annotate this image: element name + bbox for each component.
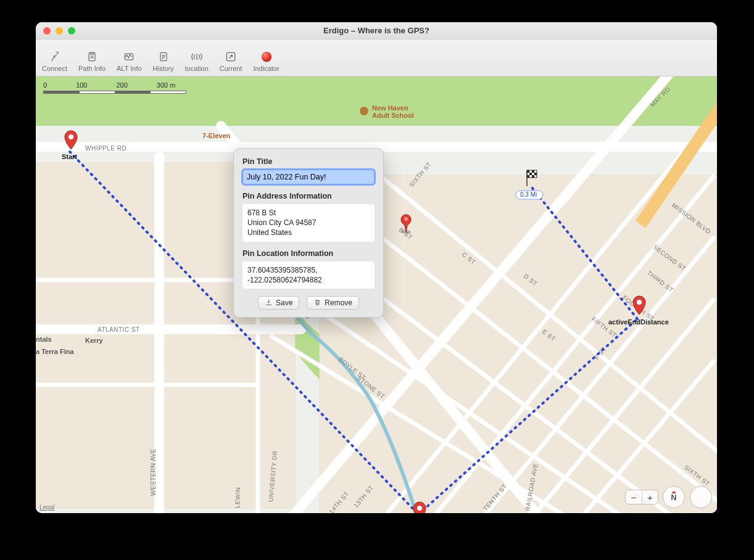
traffic-lights <box>36 27 75 35</box>
pin-popover: Pin Title Pin Address Information 678 B … <box>233 148 384 318</box>
svg-point-20 <box>68 134 73 139</box>
indicator-icon <box>260 50 273 64</box>
scale-tick: 0 <box>43 81 47 89</box>
pin-start-label: Start <box>62 153 77 160</box>
svg-rect-17 <box>532 175 534 178</box>
scale-tick: 100 <box>76 81 87 89</box>
legal-link[interactable]: Legal <box>39 504 54 511</box>
poi-newhaven: New Haven <box>372 104 408 112</box>
button-label: Remove <box>325 299 352 307</box>
map-canvas[interactable]: WHIPPLE RD ATLANTIC ST WESTERN AVE SIXTH… <box>36 76 717 513</box>
app-window: Erdigo – Where is the GPS? Connect Path … <box>36 22 717 513</box>
address-line: 678 B St <box>247 208 370 218</box>
pin-title-label: Pin Title <box>242 157 375 166</box>
address-line: United States <box>247 228 370 237</box>
toolbar-label: Connect <box>42 65 67 72</box>
plug-icon <box>48 50 61 64</box>
document-icon <box>157 50 170 64</box>
download-icon <box>265 299 273 307</box>
toolbar: Connect Path Info ALT Info History locat… <box>36 39 717 76</box>
trash-icon <box>313 299 321 307</box>
indicator-button[interactable]: Indicator <box>253 50 279 72</box>
waveform-icon <box>122 50 136 64</box>
distance-pill: 0.3 Mi <box>520 191 537 198</box>
scale-tick: 200 <box>116 81 127 89</box>
svg-rect-13 <box>532 170 534 173</box>
pathinfo-button[interactable]: Path Info <box>78 50 106 72</box>
toolbar-label: History <box>153 65 174 72</box>
svg-point-9 <box>360 107 368 115</box>
minimize-icon[interactable] <box>56 27 63 35</box>
compass-icon[interactable]: N <box>663 486 685 508</box>
toolbar-label: location <box>185 65 209 72</box>
antenna-icon <box>190 50 204 64</box>
poi-ntals: ntals <box>36 336 52 343</box>
zoom-control: − + <box>625 490 658 504</box>
remove-button[interactable]: Remove <box>307 296 359 310</box>
poi-terra: a Terra Fina <box>36 348 74 355</box>
svg-point-23 <box>637 300 642 305</box>
pin-end-label: activeEndDistance <box>608 318 669 326</box>
close-icon[interactable] <box>43 27 51 35</box>
svg-point-24 <box>417 506 422 511</box>
toolbar-label: ALT Info <box>117 65 142 72</box>
fullscreen-icon[interactable] <box>68 27 75 35</box>
poi-7eleven: 7-Eleven <box>202 132 231 139</box>
zoom-out-button[interactable]: − <box>626 490 642 504</box>
toolbar-label: Path Info <box>78 65 106 72</box>
pin-route[interactable] <box>413 502 426 513</box>
pin-address-box: 678 B St Union City CA 94587 United Stat… <box>242 204 375 242</box>
pin-location-label: Pin Location Information <box>242 249 375 258</box>
svg-rect-14 <box>529 173 532 175</box>
poi-kerry: Kerry <box>85 337 104 344</box>
connect-button[interactable]: Connect <box>42 50 67 72</box>
altinfo-button[interactable]: ALT Info <box>117 50 142 72</box>
street-label: ATLANTIC ST <box>97 326 140 333</box>
poi-newhaven-2: Adult School <box>372 112 414 119</box>
look-around-icon[interactable] <box>690 486 712 508</box>
svg-rect-15 <box>534 173 537 175</box>
current-button[interactable]: Current <box>220 50 242 72</box>
pin-location-box: 37.60435395385785, -122.02580624794882 <box>242 261 375 289</box>
zoom-in-button[interactable]: + <box>642 490 658 504</box>
address-line: Union City CA 94587 <box>247 218 370 228</box>
street-label: WESTERN AVE <box>150 448 157 496</box>
scale-tick: 300 m <box>157 81 176 89</box>
arrow-out-icon <box>224 50 238 64</box>
save-button[interactable]: Save <box>258 296 299 310</box>
location-button[interactable]: location <box>185 50 209 72</box>
pin-title-input[interactable] <box>242 170 375 184</box>
pin-address-label: Pin Address Information <box>242 192 375 200</box>
history-button[interactable]: History <box>153 50 174 72</box>
svg-point-22 <box>404 217 408 221</box>
button-label: Save <box>276 299 292 307</box>
scale-bar: 0 100 200 300 m <box>43 81 186 94</box>
window-title: Erdigo – Where is the GPS? <box>36 26 717 35</box>
titlebar: Erdigo – Where is the GPS? <box>36 22 717 39</box>
clipboard-icon <box>85 50 99 64</box>
toolbar-label: Current <box>220 65 242 72</box>
street-label: WHIPPLE RD <box>85 145 126 152</box>
street-label: LEWIN <box>234 487 241 509</box>
toolbar-label: Indicator <box>253 65 279 72</box>
